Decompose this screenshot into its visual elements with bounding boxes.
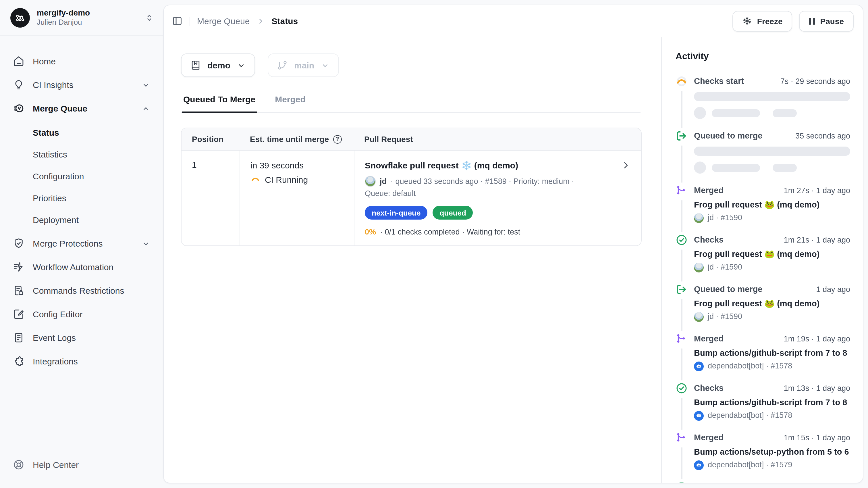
chevron-right-icon[interactable] (621, 161, 631, 170)
ci-running-spinner-icon (250, 175, 260, 184)
sidebar-item-deployment[interactable]: Deployment (7, 209, 156, 230)
mergify-logo (10, 8, 30, 27)
activity-panel: Activity Checks start 7s · 29 seconds ag… (661, 37, 863, 483)
dependabot-icon (694, 361, 704, 371)
pause-icon (809, 18, 815, 24)
chevron-up-icon (141, 104, 151, 113)
repo-book-icon (190, 60, 201, 71)
sidebar-item-priorities[interactable]: Priorities (7, 187, 156, 209)
chevron-down-icon (141, 239, 151, 248)
git-merge-icon (676, 184, 688, 197)
breadcrumb-current: Status (272, 16, 298, 26)
chevron-down-icon (237, 61, 246, 70)
column-pull-request: Pull Request (354, 128, 641, 150)
pr-queue-name: Queue: default (365, 188, 631, 199)
activity-pr-title[interactable]: Frog pull request 🐸 (mq demo) (694, 199, 850, 210)
checks-progress: 0% (365, 228, 376, 236)
sidebar-toggle-icon[interactable] (172, 16, 183, 26)
sidebar: mergify-demo Julien Danjou Home CI Insig… (0, 0, 163, 488)
lightbulb-icon (13, 79, 25, 91)
dependabot-icon (694, 460, 704, 470)
shield-check-icon (13, 237, 25, 250)
pause-button[interactable]: Pause (799, 11, 854, 31)
home-icon (13, 55, 25, 67)
chevron-down-icon (320, 61, 330, 70)
activity-pr-title[interactable]: Bump actions/github-script from 7 to 8 (694, 397, 850, 408)
workflow-bolt-icon (13, 261, 25, 273)
skeleton-bar (712, 109, 760, 117)
check-circle-icon (676, 234, 688, 246)
branch-selector[interactable]: main (268, 54, 339, 77)
queued-to-merge-icon (676, 130, 688, 142)
activity-pr-title[interactable]: Bump actions/github-script from 7 to 8 (694, 347, 850, 359)
activity-entry[interactable]: Merged 1m 27s · 1 day ago Frog pull requ… (676, 184, 850, 234)
sidebar-item-merge-queue[interactable]: Merge Queue (7, 96, 156, 120)
sidebar-item-help-center[interactable]: Help Center (7, 453, 156, 477)
workspace-switcher[interactable]: mergify-demo Julien Danjou (0, 0, 163, 36)
divider (190, 17, 190, 26)
document-lock-icon (13, 285, 25, 296)
sidebar-item-commands-restrictions[interactable]: Commands Restrictions (7, 279, 156, 302)
activity-entry: Queued to merge 35 seconds ago (676, 130, 850, 184)
sidebar-item-merge-protections[interactable]: Merge Protections (7, 232, 156, 255)
queued-to-merge-icon (676, 283, 688, 295)
sidebar-item-workflow-automation[interactable]: Workflow Automation (7, 255, 156, 279)
merge-queue-submenu: Status Statistics Configuration Prioriti… (7, 120, 156, 232)
branch-name: main (294, 60, 314, 70)
activity-pr-title[interactable]: Frog pull request 🐸 (mq demo) (694, 248, 850, 260)
badge-queued: queued (433, 206, 473, 220)
skeleton-bar (773, 109, 797, 117)
checks-start-spinner-icon (676, 75, 688, 87)
column-est-time: Est. time until merge ? (240, 128, 354, 150)
sidebar-item-ci-insights[interactable]: CI Insights (7, 73, 156, 96)
activity-entry[interactable]: Merged 1m 15s · 1 day ago Bump actions/s… (676, 432, 850, 481)
activity-entry[interactable]: Checks 1m 9s · 1 day ago Bump actions/se… (676, 481, 850, 483)
author-login: jd (380, 176, 386, 187)
chevron-down-icon (141, 80, 151, 89)
sidebar-item-status[interactable]: Status (7, 121, 156, 143)
queue-row[interactable]: 1 in 39 seconds CI Running (182, 151, 641, 246)
sidebar-item-statistics[interactable]: Statistics (7, 143, 156, 165)
jd-avatar (694, 213, 704, 223)
activity-entry[interactable]: Checks 1m 21s · 1 day ago Frog pull requ… (676, 234, 850, 283)
position-cell: 1 (182, 151, 240, 246)
freeze-button[interactable]: Freeze (733, 11, 793, 31)
sidebar-item-event-logs[interactable]: Event Logs (7, 326, 156, 349)
jd-avatar (694, 262, 704, 272)
activity-title: Activity (676, 51, 850, 61)
activity-entry[interactable]: Merged 1m 19s · 1 day ago Bump actions/g… (676, 333, 850, 382)
queue-table: Position Est. time until merge ? Pull Re… (181, 127, 642, 246)
eta-cell: in 39 seconds CI Running (240, 151, 354, 246)
activity-pr-title[interactable]: Bump actions/setup-python from 5 to 6 (694, 446, 850, 458)
skeleton-avatar (694, 107, 706, 119)
sidebar-item-integrations[interactable]: Integrations (7, 349, 156, 373)
git-merge-icon (676, 432, 688, 444)
activity-pr-title[interactable]: Frog pull request 🐸 (mq demo) (694, 298, 850, 309)
tab-queued-to-merge[interactable]: Queued To Merge (182, 94, 256, 113)
activity-entry[interactable]: Checks 1m 13s · 1 day ago Bump actions/g… (676, 382, 850, 432)
author-avatar (365, 176, 376, 187)
breadcrumb-parent[interactable]: Merge Queue (197, 16, 250, 26)
skeleton-avatar (694, 162, 706, 174)
badge-next-in-queue: next-in-queue (365, 206, 427, 220)
help-icon[interactable]: ? (333, 135, 342, 143)
check-circle-icon (676, 382, 688, 394)
activity-entry[interactable]: Queued to merge 1 day ago Frog pull requ… (676, 283, 850, 333)
pull-request-cell: Snowflake pull request ❄️ (mq demo) jd ·… (354, 151, 641, 246)
ci-status: CI Running (265, 175, 308, 184)
queue-main: demo main Queued To Merge Merged Po (164, 37, 661, 483)
log-document-icon (13, 332, 25, 344)
merge-queue-icon (13, 102, 25, 114)
column-position: Position (182, 128, 240, 150)
queue-tabs: Queued To Merge Merged (181, 94, 641, 113)
sidebar-item-config-editor[interactable]: Config Editor (7, 302, 156, 326)
tab-merged[interactable]: Merged (274, 94, 307, 113)
jd-avatar (694, 312, 704, 322)
page-header: Merge Queue Status Freeze Pause (164, 5, 863, 37)
sidebar-item-configuration[interactable]: Configuration (7, 165, 156, 187)
sidebar-item-home[interactable]: Home (7, 50, 156, 73)
pr-title[interactable]: Snowflake pull request ❄️ (mq demo) (365, 160, 615, 171)
sidebar-nav: Home CI Insights (0, 36, 163, 453)
repository-selector[interactable]: demo (181, 54, 255, 77)
workspace-owner: Julien Danjou (37, 18, 138, 27)
